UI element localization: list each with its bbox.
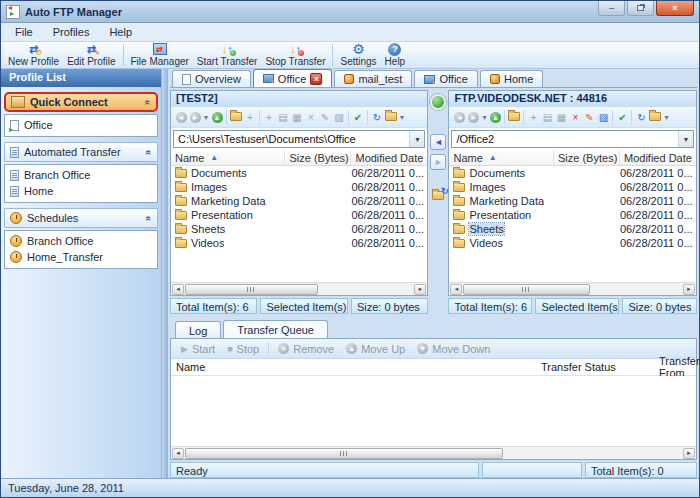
address-dropdown-icon[interactable]: ▼	[409, 131, 424, 147]
tab-log[interactable]: Log	[175, 321, 221, 339]
column-modified[interactable]: Modified Date	[620, 150, 696, 165]
file-manager-button[interactable]: ⇄ File Manager	[127, 42, 193, 67]
restore-button[interactable]	[627, 1, 654, 16]
queue-column-transfer-from[interactable]: Transfer From	[654, 359, 700, 375]
menu-profiles[interactable]: Profiles	[43, 24, 100, 40]
transfer-to-remote-button[interactable]: ►	[430, 154, 446, 170]
queue-move-up-button[interactable]: ▲Move Up	[341, 343, 410, 355]
queue-column-transfer-status[interactable]: Transfer Status	[536, 359, 654, 375]
sidebar-item-branch-office[interactable]: Branch Office	[5, 167, 157, 183]
scrollbar-thumb[interactable]	[185, 284, 318, 295]
automated-transfer-header[interactable]: Automated Transfer «	[4, 142, 158, 162]
edit-profile-button[interactable]: ⇄✎ Edit Profile	[63, 42, 119, 67]
file-row[interactable]: Images06/28/2011 0...	[449, 180, 696, 194]
connection-status-icon[interactable]	[430, 94, 446, 110]
up-folder-icon[interactable]: ▲	[210, 111, 224, 123]
paste-icon[interactable]: ▦	[290, 112, 304, 123]
tab-office-active[interactable]: Office ×	[253, 69, 333, 87]
file-row-selected[interactable]: Sheets06/28/2011 0...	[449, 222, 696, 236]
schedule-item-branch-office[interactable]: Branch Office	[5, 233, 157, 249]
column-size[interactable]: Size (Bytes)	[554, 150, 620, 165]
compare-folders-button[interactable]: ↻	[432, 190, 444, 202]
history-caret-icon[interactable]: ▾	[480, 113, 488, 122]
tab-home[interactable]: Home	[480, 70, 543, 87]
file-row[interactable]: Presentation06/28/2011 0...	[449, 208, 696, 222]
collapse-chevron-icon[interactable]: «	[143, 99, 154, 105]
file-row[interactable]: Sheets06/28/2011 0...	[171, 222, 427, 236]
history-caret-icon[interactable]: ▾	[202, 113, 210, 122]
scroll-left-icon[interactable]: ◄	[172, 284, 184, 295]
new-profile-button[interactable]: ⇄⚙ New Profile	[4, 42, 63, 67]
tab-overview[interactable]: Overview	[172, 70, 251, 87]
close-button[interactable]: ×	[656, 1, 694, 16]
rename-icon[interactable]: ✎	[582, 112, 596, 123]
refresh-icon[interactable]: ↻	[634, 112, 648, 123]
file-row[interactable]: Presentation06/28/2011 0...	[171, 208, 427, 222]
file-row[interactable]: Marketing Data06/28/2011 0...	[171, 194, 427, 208]
settings-button[interactable]: ⚙ Settings	[336, 42, 380, 67]
move-icon[interactable]: +	[262, 112, 276, 123]
local-horizontal-scrollbar[interactable]: ◄ ►	[171, 282, 427, 295]
schedule-item-home-transfer[interactable]: Home_Transfer	[5, 249, 157, 265]
collapse-chevron-icon[interactable]: «	[144, 149, 155, 155]
remote-list-body[interactable]: Documents06/28/2011 0... Images06/28/201…	[449, 166, 696, 282]
sidebar-item-home[interactable]: Home	[5, 183, 157, 199]
queue-column-name[interactable]: Name	[171, 359, 536, 375]
local-list-body[interactable]: Documents06/28/2011 0... Images06/28/201…	[171, 166, 427, 282]
queue-stop-button[interactable]: ■Stop	[222, 343, 264, 355]
tab-transfer-queue[interactable]: Transfer Queue	[223, 320, 328, 339]
column-name[interactable]: Name▲	[171, 150, 285, 165]
open-folder-icon[interactable]	[229, 112, 243, 123]
views-caret-icon[interactable]: ▾	[398, 113, 406, 122]
new-file-icon[interactable]: +	[243, 112, 257, 123]
file-row[interactable]: Documents06/28/2011 0...	[171, 166, 427, 180]
schedules-header[interactable]: Schedules «	[4, 208, 158, 228]
tab-close-icon[interactable]: ×	[310, 73, 322, 85]
remote-horizontal-scrollbar[interactable]: ◄ ►	[449, 282, 696, 295]
scrollbar-thumb[interactable]	[463, 284, 590, 295]
quick-connect-header[interactable]: Quick Connect «	[4, 92, 158, 112]
menu-file[interactable]: File	[5, 24, 43, 40]
column-modified[interactable]: Modified Date	[351, 150, 427, 165]
sidebar-splitter[interactable]	[161, 69, 168, 478]
copy-icon[interactable]: ▤	[276, 112, 290, 123]
back-icon[interactable]: ◄	[174, 111, 188, 123]
delete-icon[interactable]: ×	[304, 112, 318, 123]
scroll-right-icon[interactable]: ►	[414, 284, 426, 295]
scroll-right-icon[interactable]: ►	[683, 448, 695, 459]
tab-office[interactable]: Office	[414, 70, 478, 87]
queue-list-body[interactable]	[171, 376, 696, 446]
file-row[interactable]: Marketing Data06/28/2011 0...	[449, 194, 696, 208]
scrollbar-thumb[interactable]	[185, 448, 503, 459]
help-button[interactable]: ? Help	[381, 42, 410, 67]
scroll-left-icon[interactable]: ◄	[450, 284, 462, 295]
file-row[interactable]: Videos06/28/2011 0...	[449, 236, 696, 250]
column-size[interactable]: Size (Bytes)	[285, 150, 351, 165]
column-name[interactable]: Name▲	[449, 150, 554, 165]
queue-start-button[interactable]: ▶Start	[176, 343, 220, 355]
select-check-icon[interactable]: ✔	[615, 112, 629, 123]
transfer-to-local-button[interactable]: ◄	[430, 134, 446, 150]
rename-icon[interactable]: ✎	[318, 112, 332, 123]
move-icon[interactable]: +	[526, 112, 540, 123]
refresh-icon[interactable]: ↻	[370, 112, 384, 123]
paste-icon[interactable]: ▦	[554, 112, 568, 123]
folder-views-icon[interactable]	[384, 112, 398, 123]
remote-path-input[interactable]	[452, 131, 678, 147]
local-path-input[interactable]	[174, 131, 409, 147]
back-icon[interactable]: ◄	[452, 111, 466, 123]
queue-horizontal-scrollbar[interactable]: ◄ ►	[171, 446, 696, 459]
up-folder-icon[interactable]: ▲	[488, 111, 502, 123]
file-row[interactable]: Videos06/28/2011 0...	[171, 236, 427, 250]
file-row[interactable]: Documents06/28/2011 0...	[449, 166, 696, 180]
stop-transfer-button[interactable]: ↓↑ Stop Transfer	[261, 42, 329, 67]
file-row[interactable]: Images06/28/2011 0...	[171, 180, 427, 194]
properties-icon[interactable]: ▨	[596, 112, 610, 123]
queue-move-down-button[interactable]: ▼Move Down	[412, 343, 495, 355]
scroll-right-icon[interactable]: ►	[683, 284, 695, 295]
start-transfer-button[interactable]: ↓↑ Start Transfer	[193, 42, 262, 67]
address-dropdown-icon[interactable]: ▼	[678, 131, 693, 147]
tab-mail-test[interactable]: mail_test	[334, 70, 412, 87]
copy-icon[interactable]: ▤	[540, 112, 554, 123]
menu-help[interactable]: Help	[99, 24, 142, 40]
